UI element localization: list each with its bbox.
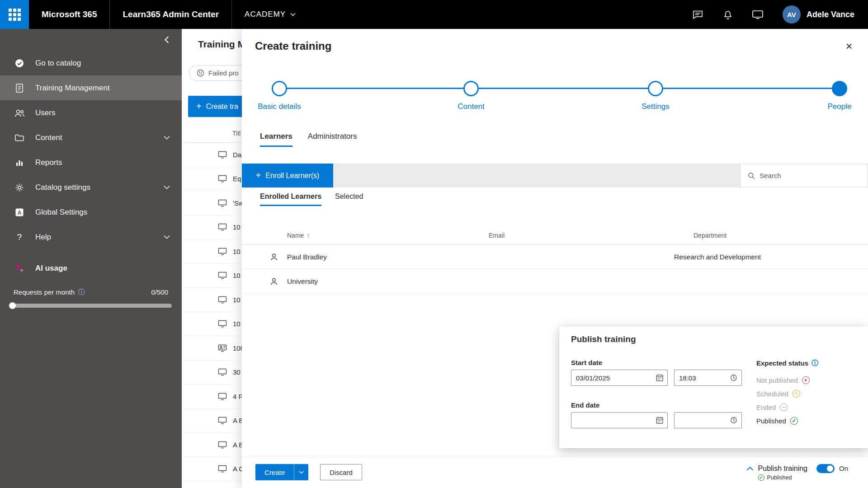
chevron-down-icon <box>164 235 170 239</box>
status-label: Scheduled <box>756 390 788 398</box>
bar-chart-icon <box>14 158 25 167</box>
chevron-down-icon <box>290 13 296 16</box>
learner-row[interactable]: University <box>242 269 868 294</box>
sidebar-item-label: Users <box>35 108 55 117</box>
sidebar-item-global-settings[interactable]: A Global Settings <box>0 200 182 225</box>
status-not-published: Not published × <box>756 373 810 387</box>
step-connector <box>287 88 463 89</box>
search-input[interactable] <box>760 172 860 179</box>
learner-name: Paul Bradley <box>287 253 489 261</box>
end-date-input[interactable] <box>576 417 656 424</box>
expected-status-list: Not published × Scheduled Ended − Publis… <box>756 373 810 427</box>
publish-toggle[interactable] <box>816 464 835 473</box>
discard-button[interactable]: Discard <box>320 464 362 480</box>
subtab-enrolled-learners[interactable]: Enrolled Learners <box>260 192 321 206</box>
publish-toggle-row: Publish training On <box>746 464 848 473</box>
app-launcher-button[interactable] <box>0 0 29 29</box>
end-date-field <box>571 412 668 428</box>
waffle-icon <box>9 9 21 21</box>
top-bar: Microsoft 365 Learn365 Admin Center ACAD… <box>0 0 868 29</box>
tenant-name: ACADEMY <box>245 10 286 19</box>
sidebar-item-label: Global Settings <box>35 208 87 217</box>
info-icon[interactable]: ⓘ <box>78 288 85 296</box>
check-circle-icon: ✓ <box>790 417 798 425</box>
learners-table-header: Name ↑ Email Department <box>242 226 868 245</box>
tab-administrators[interactable]: Administrators <box>308 132 357 147</box>
tab-learners[interactable]: Learners <box>260 132 292 147</box>
step-label-settings[interactable]: Settings <box>642 102 669 111</box>
sidebar: Go to catalog Training Management Users … <box>0 29 182 488</box>
column-header-department[interactable]: Department <box>693 232 868 239</box>
requests-per-month-row: Requests per month ⓘ 0/500 <box>0 281 182 296</box>
question-icon: ? <box>14 232 25 242</box>
publish-training-panel: Publish training Start date End date Exp… <box>559 326 868 448</box>
row-title: 10 <box>233 296 241 304</box>
create-dropdown-button[interactable] <box>294 464 308 480</box>
sidebar-item-users[interactable]: Users <box>0 100 182 125</box>
chat-button[interactable] <box>683 0 713 29</box>
account-name[interactable]: Adele Vance <box>807 10 854 19</box>
row-title: 10 <box>233 248 241 255</box>
sidebar-item-catalog-settings[interactable]: Catalog settings <box>0 175 182 200</box>
step-circle-content[interactable] <box>463 81 479 96</box>
row-title: 10 <box>233 223 241 231</box>
subtab-selected[interactable]: Selected <box>335 192 363 206</box>
sidebar-item-training-management[interactable]: Training Management <box>0 75 182 100</box>
sidebar-item-label: Go to catalog <box>35 59 81 68</box>
sort-ascending-icon: ↑ <box>307 232 310 239</box>
column-header-name[interactable]: Name ↑ <box>287 232 489 239</box>
ai-usage-label: AI usage <box>35 264 67 273</box>
step-label-content[interactable]: Content <box>458 102 485 111</box>
start-time-input[interactable] <box>679 374 730 382</box>
sidebar-item-label: Catalog settings <box>35 183 90 192</box>
banner-text: Failed pro <box>208 69 239 77</box>
calendar-icon[interactable] <box>656 374 663 382</box>
gear-icon <box>14 183 25 192</box>
step-circle-settings[interactable] <box>648 81 663 96</box>
close-button[interactable]: × <box>840 37 858 55</box>
clock-icon[interactable] <box>730 374 737 382</box>
step-circle-people[interactable] <box>832 81 847 96</box>
toggle-knob <box>827 465 833 472</box>
monitor-icon <box>218 393 227 400</box>
sidebar-item-help[interactable]: ? Help <box>0 225 182 249</box>
chevron-down-icon <box>164 136 170 140</box>
column-header-email[interactable]: Email <box>489 232 693 239</box>
monitor-icon <box>218 417 227 424</box>
step-circle-basic-details[interactable] <box>272 81 287 96</box>
chevron-up-icon[interactable] <box>746 466 754 471</box>
microsoft-365-link[interactable]: Microsoft 365 <box>29 0 109 29</box>
create-split-button[interactable]: Create <box>255 464 308 480</box>
end-time-input[interactable] <box>679 417 730 424</box>
devices-icon <box>752 9 764 20</box>
row-title: 10 <box>233 272 241 279</box>
progress-knob <box>9 302 16 309</box>
info-icon[interactable]: ⓘ <box>811 359 818 367</box>
start-date-input[interactable] <box>576 374 656 382</box>
tenant-dropdown[interactable]: ACADEMY <box>231 0 308 29</box>
ai-sparkle-icon <box>14 263 25 273</box>
learners-rows: Paul Bradley Research and Development Un… <box>242 245 868 294</box>
toggle-state-label: On <box>839 465 848 472</box>
product-name: Microsoft 365 <box>42 9 97 19</box>
create-button[interactable]: Create <box>255 464 294 480</box>
learner-row[interactable]: Paul Bradley Research and Development <box>242 245 868 269</box>
sidebar-item-content[interactable]: Content <box>0 125 182 150</box>
step-label-basic-details[interactable]: Basic details <box>258 102 301 111</box>
sidebar-collapse-button[interactable] <box>0 29 182 51</box>
avatar[interactable]: AV <box>783 5 801 23</box>
sidebar-item-go-to-catalog[interactable]: Go to catalog <box>0 51 182 75</box>
clock-icon[interactable] <box>730 416 737 424</box>
close-icon: × <box>845 39 852 53</box>
sidebar-item-reports[interactable]: Reports <box>0 150 182 175</box>
status-published: Published ✓ <box>756 414 810 427</box>
admin-center-link[interactable]: Learn365 Admin Center <box>109 0 231 29</box>
calendar-icon[interactable] <box>656 416 663 424</box>
enroll-learners-button[interactable]: + Enroll Learner(s) <box>242 164 333 188</box>
start-date-label: Start date <box>571 359 602 366</box>
sidebar-item-ai-usage[interactable]: AI usage <box>0 256 182 281</box>
notifications-button[interactable] <box>713 0 743 29</box>
published-status-label: Published <box>767 474 792 481</box>
step-label-people[interactable]: People <box>828 102 852 111</box>
devices-button[interactable] <box>743 0 773 29</box>
